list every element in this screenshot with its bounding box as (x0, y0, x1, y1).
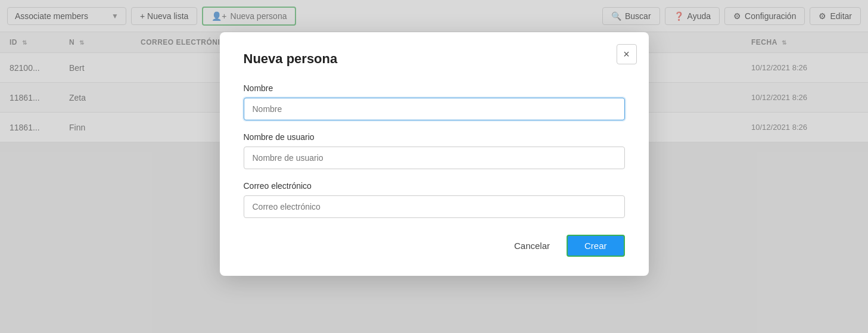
nombre-label: Nombre (244, 83, 625, 93)
usuario-input[interactable] (244, 147, 625, 169)
modal-title: Nueva persona (244, 51, 625, 67)
close-icon: × (623, 48, 630, 61)
cancelar-label: Cancelar (514, 241, 550, 251)
modal-close-button[interactable]: × (617, 44, 637, 64)
usuario-label: Nombre de usuario (244, 132, 625, 142)
nombre-field-group: Nombre (244, 83, 625, 120)
correo-input[interactable] (244, 195, 625, 218)
modal-footer: Cancelar Crear (244, 235, 625, 257)
correo-label: Correo electrónico (244, 181, 625, 191)
crear-label: Crear (584, 241, 607, 251)
nueva-persona-modal: Nueva persona × Nombre Nombre de usuario… (220, 32, 649, 276)
nombre-input[interactable] (244, 98, 625, 120)
crear-button[interactable]: Crear (567, 235, 625, 257)
usuario-field-group: Nombre de usuario (244, 132, 625, 169)
correo-field-group: Correo electrónico (244, 181, 625, 218)
cancelar-button[interactable]: Cancelar (507, 236, 557, 256)
modal-overlay: Nueva persona × Nombre Nombre de usuario… (0, 0, 868, 333)
